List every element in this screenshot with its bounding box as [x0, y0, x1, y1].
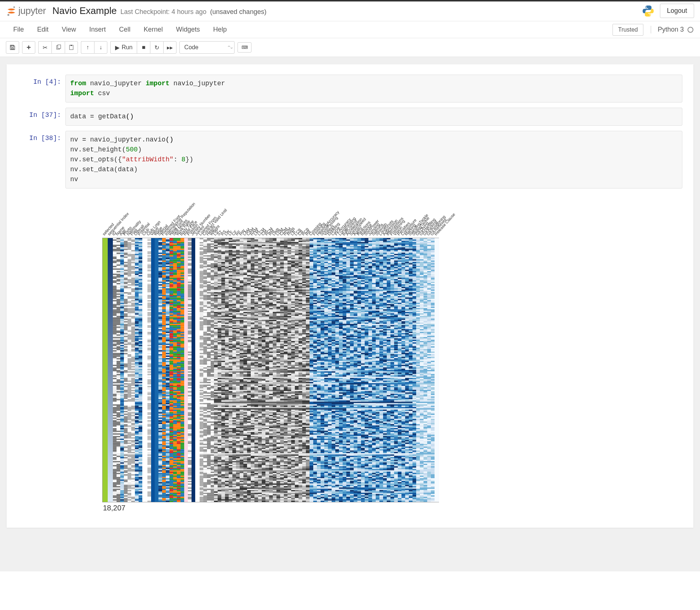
- code-cell[interactable]: In [38]:nv = navio_jupyter.navio() nv.se…: [18, 131, 682, 189]
- trusted-indicator[interactable]: Trusted: [612, 24, 643, 36]
- navio-column[interactable]: [328, 238, 332, 502]
- navio-column[interactable]: [162, 238, 166, 502]
- navio-column[interactable]: [108, 238, 113, 502]
- navio-column[interactable]: [409, 238, 413, 502]
- paste-button[interactable]: [65, 41, 78, 54]
- navio-column[interactable]: [390, 238, 394, 502]
- navio-column[interactable]: [147, 238, 151, 502]
- navio-column[interactable]: [368, 238, 372, 502]
- navio-column[interactable]: [420, 238, 424, 502]
- navio-column[interactable]: [117, 238, 120, 502]
- navio-column[interactable]: [236, 238, 240, 502]
- code-cell[interactable]: In [4]:from navio_jupyter import navio_j…: [18, 75, 682, 103]
- navio-column[interactable]: [394, 238, 398, 502]
- navio-column[interactable]: [401, 238, 405, 502]
- navio-column[interactable]: [131, 238, 135, 502]
- navio-column[interactable]: [214, 238, 218, 502]
- navio-output[interactable]: selectedsequential IndexIDNameAgePhotoNa…: [65, 194, 682, 512]
- add-cell-button[interactable]: +: [22, 41, 35, 54]
- navio-column[interactable]: [120, 238, 124, 502]
- navio-column[interactable]: [269, 238, 273, 502]
- navio-column[interactable]: [357, 238, 361, 502]
- navio-column[interactable]: [155, 238, 158, 502]
- navio-column[interactable]: [221, 238, 225, 502]
- cell-input[interactable]: from navio_jupyter import navio_jupyter …: [65, 75, 682, 103]
- navio-column[interactable]: [405, 238, 409, 502]
- navio-column[interactable]: [225, 238, 229, 502]
- navio-column[interactable]: [113, 238, 117, 502]
- navio-column[interactable]: [218, 238, 221, 502]
- navio-column[interactable]: [313, 238, 317, 502]
- navio-column[interactable]: [376, 238, 379, 502]
- navio-column[interactable]: [142, 238, 147, 502]
- navio-column[interactable]: [291, 238, 295, 502]
- navio-column[interactable]: [379, 238, 383, 502]
- save-button[interactable]: [6, 41, 19, 54]
- navio-column[interactable]: [188, 238, 192, 502]
- menu-widgets[interactable]: Widgets: [169, 22, 207, 37]
- navio-column[interactable]: [332, 238, 335, 502]
- navio-column[interactable]: [207, 238, 211, 502]
- navio-column[interactable]: [247, 238, 251, 502]
- menu-insert[interactable]: Insert: [83, 22, 113, 37]
- navio-column[interactable]: [427, 238, 431, 502]
- navio-column[interactable]: [195, 238, 200, 502]
- navio-column[interactable]: [321, 238, 324, 502]
- navio-column[interactable]: [254, 238, 258, 502]
- navio-column[interactable]: [166, 238, 169, 502]
- navio-column[interactable]: [262, 238, 265, 502]
- navio-column[interactable]: [229, 238, 232, 502]
- navio-column[interactable]: [273, 238, 276, 502]
- navio-column[interactable]: [211, 238, 214, 502]
- navio-column[interactable]: [135, 238, 139, 502]
- navio-column[interactable]: [288, 238, 291, 502]
- menu-help[interactable]: Help: [207, 22, 233, 37]
- navio-column[interactable]: [177, 238, 181, 502]
- navio-column[interactable]: [200, 238, 203, 502]
- navio-column[interactable]: [173, 238, 177, 502]
- navio-column[interactable]: [339, 238, 343, 502]
- menu-file[interactable]: File: [7, 22, 31, 37]
- notebook-name[interactable]: Navio Example: [53, 5, 117, 17]
- navio-column[interactable]: [435, 238, 439, 502]
- navio-column[interactable]: [302, 238, 306, 502]
- navio-column[interactable]: [310, 238, 313, 502]
- navio-column[interactable]: [158, 238, 162, 502]
- navio-column[interactable]: [240, 238, 243, 502]
- navio-column[interactable]: [192, 238, 195, 502]
- navio-column[interactable]: [413, 238, 416, 502]
- navio-column[interactable]: [284, 238, 288, 502]
- menu-view[interactable]: View: [55, 22, 83, 37]
- logout-button[interactable]: Logout: [660, 4, 694, 18]
- navio-column[interactable]: [203, 238, 207, 502]
- navio-column[interactable]: [243, 238, 247, 502]
- command-palette-button[interactable]: ⌨: [238, 42, 251, 53]
- navio-column[interactable]: [354, 238, 357, 502]
- navio-column[interactable]: [258, 238, 262, 502]
- navio-column[interactable]: [276, 238, 280, 502]
- navio-column[interactable]: [365, 238, 368, 502]
- navio-column[interactable]: [151, 238, 155, 502]
- kernel-indicator[interactable]: Python 3: [651, 26, 693, 33]
- interrupt-button[interactable]: ■: [137, 41, 150, 54]
- navio-column[interactable]: [324, 238, 328, 502]
- move-down-button[interactable]: ↓: [94, 41, 107, 54]
- navio-column[interactable]: [265, 238, 269, 502]
- run-button[interactable]: ▶Run: [110, 41, 137, 54]
- navio-column[interactable]: [424, 238, 427, 502]
- navio-column[interactable]: [317, 238, 321, 502]
- navio-column[interactable]: [184, 238, 188, 502]
- menu-edit[interactable]: Edit: [31, 22, 55, 37]
- navio-column[interactable]: [431, 238, 435, 502]
- navio-column[interactable]: [361, 238, 365, 502]
- cell-input[interactable]: nv = navio_jupyter.navio() nv.set_height…: [65, 131, 682, 189]
- copy-button[interactable]: [51, 41, 65, 54]
- navio-column[interactable]: [335, 238, 339, 502]
- navio-column[interactable]: [251, 238, 254, 502]
- restart-button[interactable]: ↻: [150, 41, 163, 54]
- navio-column[interactable]: [306, 238, 310, 502]
- navio-column[interactable]: [372, 238, 376, 502]
- celltype-select[interactable]: Code: [179, 41, 235, 54]
- navio-column[interactable]: [139, 238, 142, 502]
- navio-column[interactable]: [343, 238, 346, 502]
